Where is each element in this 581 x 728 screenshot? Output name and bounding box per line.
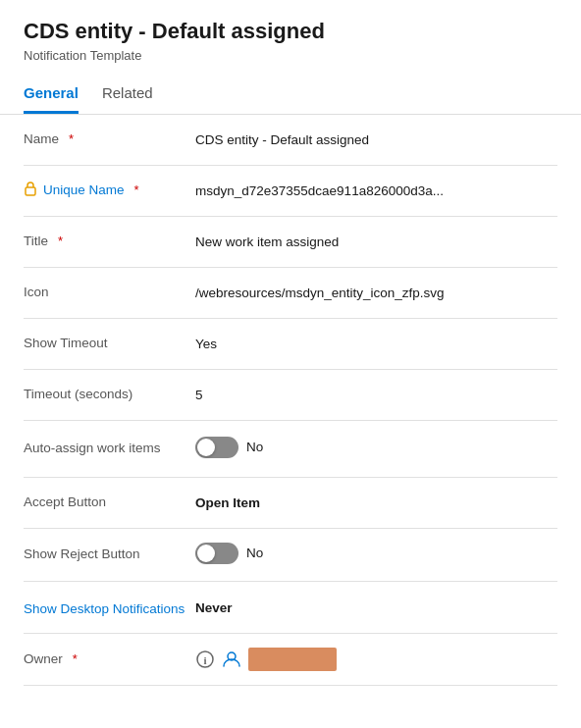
field-row-show-desktop-notifications: Show Desktop Notifications Never [24, 582, 557, 635]
field-row-name: Name * CDS entity - Default assigned [24, 115, 557, 166]
field-value-auto-assign: No [195, 437, 557, 461]
toggle-switch-auto-assign[interactable] [195, 437, 238, 458]
field-label-auto-assign: Auto-assign work items [24, 437, 195, 457]
page-title: CDS entity - Default assigned [24, 18, 557, 46]
owner-row: i [195, 648, 557, 671]
toggle-knob-auto-assign [197, 439, 215, 456]
field-value-owner: i [195, 648, 557, 671]
svg-text:i: i [203, 654, 206, 666]
field-label-unique-name: Unique Name * [24, 181, 195, 201]
toggle-label-auto-assign: No [246, 440, 263, 454]
field-row-title: Title * New work item assigned [24, 217, 557, 268]
page-header: CDS entity - Default assigned Notificati… [0, 0, 581, 63]
tab-general[interactable]: General [24, 84, 79, 114]
toggle-knob-show-reject [197, 545, 215, 562]
svg-rect-0 [26, 187, 35, 195]
field-row-show-timeout: Show Timeout Yes [24, 319, 557, 370]
field-label-timeout-seconds: Timeout (seconds) [24, 386, 195, 403]
field-value-accept-button: Open Item [195, 495, 557, 510]
show-reject-button-toggle[interactable]: No [195, 543, 263, 564]
field-row-icon: Icon /webresources/msdyn_entity_icon_zfp… [24, 268, 557, 319]
owner-value-box[interactable] [248, 648, 337, 671]
field-value-timeout-seconds: 5 [195, 388, 557, 402]
form-container: Name * CDS entity - Default assigned Uni… [0, 115, 581, 687]
field-row-owner: Owner * i [24, 634, 557, 686]
tabs-bar: General Related [0, 71, 581, 115]
field-label-show-desktop-notifications: Show Desktop Notifications [24, 598, 195, 618]
owner-person-icon [221, 649, 242, 670]
toggle-switch-show-reject[interactable] [195, 543, 238, 564]
required-indicator-name: * [69, 131, 74, 148]
field-value-show-reject-button: No [195, 543, 557, 567]
field-value-show-desktop-notifications: Never [195, 598, 557, 615]
field-label-title: Title * [24, 233, 195, 250]
field-value-title: New work item assigned [195, 234, 557, 249]
tab-related[interactable]: Related [102, 84, 153, 114]
field-row-accept-button: Accept Button Open Item [24, 478, 557, 529]
required-indicator-unique-name: * [134, 182, 139, 199]
field-label-owner: Owner * [24, 650, 195, 668]
field-value-icon: /webresources/msdyn_entity_icon_zfp.svg [195, 286, 557, 300]
field-label-name: Name * [24, 130, 195, 148]
field-value-show-timeout: Yes [195, 337, 557, 351]
field-row-timeout-seconds: Timeout (seconds) 5 [24, 370, 557, 421]
page-subtitle: Notification Template [24, 48, 557, 63]
required-indicator-title: * [58, 234, 63, 250]
field-row-auto-assign: Auto-assign work items No [24, 421, 557, 478]
field-row-show-reject-button: Show Reject Button No [24, 529, 557, 582]
toggle-label-show-reject: No [246, 546, 263, 560]
field-label-show-timeout: Show Timeout [24, 335, 195, 352]
field-value-unique-name: msdyn_d72e37355dcae911a826000d3a... [195, 183, 557, 198]
field-label-icon: Icon [24, 284, 195, 301]
field-label-accept-button: Accept Button [24, 494, 195, 511]
auto-assign-toggle[interactable]: No [195, 437, 263, 458]
required-indicator-owner: * [73, 651, 78, 668]
field-value-name: CDS entity - Default assigned [195, 132, 557, 147]
owner-info-icon: i [195, 650, 215, 669]
field-label-show-reject-button: Show Reject Button [24, 546, 195, 563]
lock-icon [24, 181, 37, 201]
field-row-unique-name: Unique Name * msdyn_d72e37355dcae911a826… [24, 166, 557, 217]
